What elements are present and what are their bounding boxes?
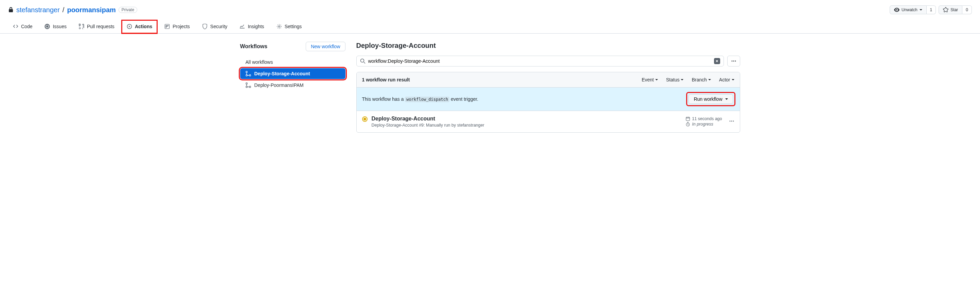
svg-point-14 [731, 61, 732, 62]
tab-projects[interactable]: Projects [160, 21, 195, 33]
kebab-icon [729, 118, 734, 124]
project-icon [164, 24, 170, 29]
code-icon [13, 24, 18, 29]
svg-point-19 [729, 121, 730, 122]
svg-rect-7 [246, 71, 247, 73]
new-workflow-button[interactable]: New workflow [306, 42, 345, 51]
tab-insights[interactable]: Insights [235, 21, 269, 33]
repo-owner-link[interactable]: stefanstranger [16, 6, 60, 14]
tab-pulls[interactable]: Pull requests [74, 21, 119, 33]
star-label: Star [950, 8, 958, 12]
repo-nav: Code Issues Pull requests Actions Projec… [0, 21, 980, 33]
clear-search-button[interactable]: ✕ [714, 58, 720, 64]
unwatch-label: Unwatch [902, 8, 918, 12]
filter-branch[interactable]: Branch [692, 77, 711, 82]
sidebar-all-workflows[interactable]: All workflows [240, 57, 345, 68]
sidebar-workflow-deploy-poormansipam[interactable]: Deploy-PoormansIPAM [240, 80, 345, 90]
run-state: In progress [686, 122, 722, 127]
shield-icon [202, 24, 208, 29]
run-workflow-button[interactable]: Run workflow [689, 94, 733, 104]
issue-icon [45, 24, 50, 29]
run-subtitle: Deploy-Storage-Account #9: Manually run … [372, 123, 484, 128]
svg-rect-11 [246, 86, 247, 87]
filter-status[interactable]: Status [666, 77, 684, 82]
caret-icon [725, 98, 728, 100]
svg-point-0 [46, 26, 48, 27]
workflow-icon [246, 82, 251, 88]
calendar-icon [686, 116, 690, 121]
filter-event[interactable]: Event [642, 77, 658, 82]
caret-icon [655, 79, 658, 81]
breadcrumb-sep: / [62, 6, 65, 14]
svg-point-16 [735, 61, 736, 62]
graph-icon [239, 24, 245, 29]
star-icon [943, 7, 948, 13]
workflow-menu-button[interactable] [727, 56, 740, 67]
status-in-progress-icon [362, 116, 368, 122]
svg-rect-3 [166, 25, 167, 28]
caret-icon [920, 9, 922, 11]
run-time: 11 seconds ago [686, 116, 722, 121]
page-title: Deploy-Storage-Account [356, 42, 740, 49]
svg-rect-5 [168, 25, 169, 26]
svg-rect-12 [249, 86, 251, 87]
tab-code[interactable]: Code [8, 21, 37, 33]
tab-issues[interactable]: Issues [40, 21, 71, 33]
svg-point-20 [731, 121, 732, 122]
caret-icon [708, 79, 711, 81]
kebab-icon [731, 59, 737, 64]
caret-icon [681, 79, 684, 81]
unwatch-button[interactable]: Unwatch [889, 5, 927, 14]
watch-count[interactable]: 1 [927, 5, 936, 14]
svg-rect-8 [246, 75, 247, 76]
workflow-icon [246, 71, 251, 76]
tab-actions[interactable]: Actions [122, 21, 157, 33]
repo-name-link[interactable]: poormansipam [67, 6, 116, 14]
svg-point-15 [733, 61, 734, 62]
search-icon [360, 59, 366, 64]
sidebar-workflow-deploy-storage-account[interactable]: Deploy-Storage-Account [240, 68, 345, 79]
svg-point-13 [360, 59, 364, 62]
svg-rect-17 [686, 117, 690, 121]
dispatch-message: This workflow has a workflow_dispatch ev… [362, 96, 478, 102]
caret-icon [732, 79, 734, 81]
repo-breadcrumb: stefanstranger / poormansipam Private [8, 6, 137, 14]
star-count[interactable]: 0 [963, 5, 972, 14]
svg-point-6 [278, 26, 280, 27]
svg-rect-10 [246, 83, 247, 84]
workflow-search-input[interactable] [368, 59, 714, 64]
filter-actor[interactable]: Actor [719, 77, 734, 82]
run-menu-button[interactable] [729, 118, 734, 125]
svg-rect-4 [167, 25, 167, 27]
git-pull-request-icon [79, 24, 84, 29]
svg-point-21 [733, 121, 734, 122]
workflow-search[interactable]: ✕ [356, 56, 724, 67]
workflows-heading: Workflows [240, 43, 268, 49]
visibility-badge: Private [119, 7, 137, 13]
stopwatch-icon [686, 122, 690, 127]
results-count: 1 workflow run result [362, 77, 410, 82]
gear-icon [277, 24, 282, 29]
star-button[interactable]: Star [939, 5, 963, 14]
lock-icon [8, 7, 14, 13]
play-icon [127, 24, 132, 29]
eye-icon [894, 7, 899, 13]
tab-security[interactable]: Security [197, 21, 232, 33]
run-title[interactable]: Deploy-Storage-Account [372, 116, 484, 122]
tab-settings[interactable]: Settings [272, 21, 307, 33]
svg-rect-9 [249, 75, 251, 76]
workflow-run-row[interactable]: Deploy-Storage-Account Deploy-Storage-Ac… [357, 111, 740, 132]
